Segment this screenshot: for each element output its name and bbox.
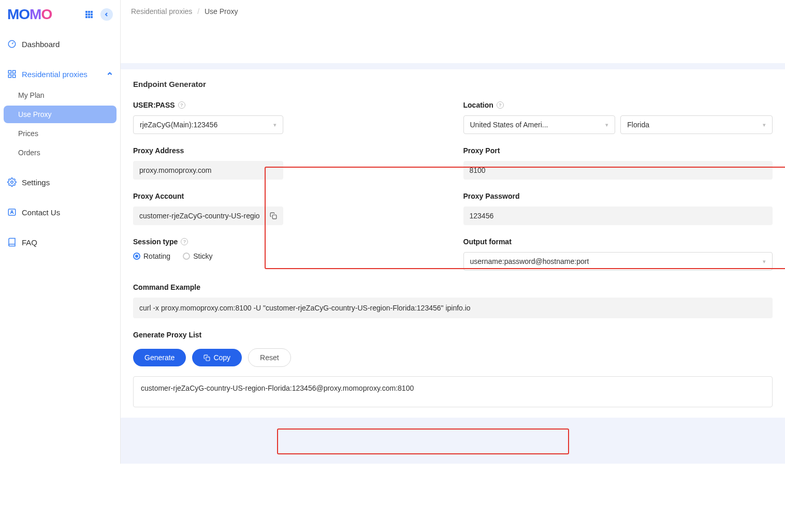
output-format-select[interactable]: username:password@hostname:port ▾: [463, 252, 773, 271]
breadcrumb-current: Use Proxy: [205, 7, 238, 16]
svg-rect-10: [8, 70, 11, 73]
command-example-label: Command Example: [133, 283, 773, 291]
collapse-sidebar-button[interactable]: [100, 8, 113, 21]
help-icon[interactable]: ?: [178, 101, 185, 109]
svg-rect-4: [88, 13, 90, 16]
session-type-label: Session type ?: [133, 238, 443, 246]
svg-rect-1: [88, 11, 90, 13]
user-pass-label: USER:PASS ?: [133, 101, 443, 109]
svg-rect-13: [13, 75, 16, 78]
sidebar-item-faq[interactable]: FAQ: [0, 231, 120, 253]
svg-point-16: [11, 211, 13, 212]
svg-rect-0: [85, 11, 88, 13]
apps-grid-icon[interactable]: [83, 8, 95, 21]
section-title: Endpoint Generator: [133, 80, 773, 88]
session-sticky-radio[interactable]: Sticky: [183, 252, 212, 260]
contact-icon: [7, 208, 17, 217]
svg-rect-12: [8, 75, 11, 78]
sidebar-item-orders[interactable]: Orders: [4, 144, 117, 161]
blank-card: [121, 32, 785, 63]
sidebar-item-settings[interactable]: Settings: [0, 171, 120, 193]
svg-rect-5: [91, 13, 93, 16]
sidebar-item-label: Settings: [22, 178, 50, 187]
svg-point-14: [11, 181, 13, 184]
generate-list-label: Generate Proxy List: [133, 331, 773, 339]
sidebar-item-label: Dashboard: [22, 40, 60, 49]
state-select[interactable]: Florida ▾: [620, 115, 773, 134]
svg-rect-18: [206, 357, 210, 360]
sidebar-item-my-plan[interactable]: My Plan: [4, 86, 117, 104]
logo: MOMO: [7, 6, 52, 23]
svg-rect-8: [91, 16, 93, 18]
svg-rect-17: [272, 215, 277, 219]
endpoint-generator-card: Endpoint Generator USER:PASS ? rjeZaCyG(…: [121, 69, 785, 418]
sidebar-item-dashboard[interactable]: Dashboard: [0, 33, 120, 55]
user-pass-select[interactable]: rjeZaCyG(Main):123456 ▾: [133, 115, 283, 134]
proxy-address-field[interactable]: proxy.momoproxy.com: [133, 161, 283, 180]
breadcrumb-sep: /: [197, 7, 199, 16]
svg-rect-6: [85, 16, 88, 18]
sidebar-item-prices[interactable]: Prices: [4, 125, 117, 142]
proxy-account-label: Proxy Account: [133, 192, 443, 200]
book-icon: [7, 238, 17, 247]
copy-button[interactable]: Copy: [192, 349, 242, 366]
sidebar-item-label: Contact Us: [22, 208, 60, 217]
country-select[interactable]: United States of Ameri... ▾: [463, 115, 616, 134]
proxy-account-field[interactable]: customer-rjeZaCyG-country-US-regio: [133, 206, 283, 225]
sidebar: MOMO Dashboard Residential proxies My Pl…: [0, 0, 121, 464]
copy-icon: [203, 354, 210, 361]
chevron-down-icon: ▾: [605, 122, 608, 128]
proxy-list-output[interactable]: customer-rjeZaCyG-country-US-region-Flor…: [133, 376, 773, 407]
svg-rect-2: [91, 11, 93, 13]
sidebar-item-contact[interactable]: Contact Us: [0, 201, 120, 223]
proxy-port-label: Proxy Port: [463, 146, 773, 155]
proxy-port-field[interactable]: 8100: [463, 161, 773, 180]
sidebar-item-use-proxy[interactable]: Use Proxy: [4, 106, 117, 123]
session-rotating-radio[interactable]: Rotating: [133, 252, 170, 260]
main-content: Residential proxies / Use Proxy Endpoint…: [121, 0, 785, 464]
annotation-box: [277, 428, 569, 454]
sidebar-item-residential-proxies[interactable]: Residential proxies: [0, 63, 120, 85]
breadcrumb: Residential proxies / Use Proxy: [121, 0, 785, 32]
command-example-box[interactable]: curl -x proxy.momoproxy.com:8100 -U "cus…: [133, 298, 773, 318]
gauge-icon: [7, 39, 17, 49]
proxy-address-label: Proxy Address: [133, 146, 443, 155]
location-label: Location ?: [463, 101, 773, 109]
chevron-down-icon: ▾: [763, 258, 766, 265]
grid-icon: [7, 69, 17, 79]
sidebar-item-label: Residential proxies: [22, 70, 88, 79]
chevron-down-icon: ▾: [273, 122, 277, 128]
help-icon[interactable]: ?: [497, 101, 504, 109]
svg-rect-7: [88, 16, 90, 18]
proxy-password-label: Proxy Password: [463, 192, 773, 200]
gear-icon: [7, 178, 17, 187]
svg-rect-11: [13, 70, 16, 73]
proxy-password-field[interactable]: 123456: [463, 206, 773, 225]
sidebar-item-label: FAQ: [22, 238, 37, 247]
chevron-up-icon: [107, 71, 113, 77]
header-row: MOMO: [0, 0, 120, 29]
reset-button[interactable]: Reset: [248, 348, 291, 367]
sidebar-submenu: My Plan Use Proxy Prices Orders: [0, 86, 120, 161]
output-format-label: Output format: [463, 238, 773, 246]
nav: Dashboard Residential proxies My Plan Us…: [0, 29, 120, 257]
copy-icon[interactable]: [270, 212, 277, 219]
breadcrumb-root[interactable]: Residential proxies: [131, 7, 192, 16]
generate-button[interactable]: Generate: [133, 349, 186, 366]
chevron-down-icon: ▾: [763, 122, 766, 128]
svg-rect-3: [85, 13, 88, 16]
help-icon[interactable]: ?: [181, 238, 188, 245]
